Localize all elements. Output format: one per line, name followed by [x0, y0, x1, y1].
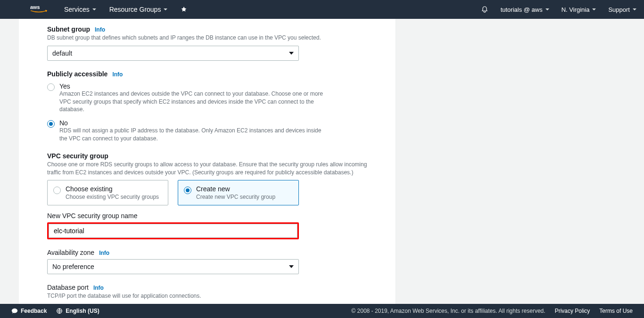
database-port-section: Database port Info TCP/IP port the datab…	[47, 284, 367, 304]
chevron-down-icon	[92, 8, 96, 10]
content-area: Subnet group Info DB subnet group that d…	[0, 19, 644, 304]
radio-icon	[47, 120, 55, 128]
create-new-desc: Create new VPC security group	[196, 194, 275, 200]
vpc-sg-help: Choose one or more RDS security groups t…	[47, 161, 367, 177]
region-label: N. Virginia	[561, 6, 590, 13]
footer: Feedback English (US) © 2008 - 2019, Ama…	[0, 304, 644, 318]
region-menu[interactable]: N. Virginia	[561, 6, 596, 13]
availability-zone-select[interactable]: No preference	[47, 259, 299, 274]
support-label: Support	[608, 6, 630, 13]
form-panel: Subnet group Info DB subnet group that d…	[19, 19, 396, 304]
az-label: Availability zone	[47, 249, 94, 256]
new-sg-name-input[interactable]	[49, 224, 297, 238]
publicly-accessible-label: Publicly accessible	[47, 70, 107, 78]
db-port-info-link[interactable]: Info	[93, 285, 104, 291]
chevron-down-icon	[164, 8, 167, 10]
publicly-accessible-section: Publicly accessible Info Yes Amazon EC2 …	[47, 70, 367, 143]
account-menu[interactable]: tutorials @ aws	[501, 6, 549, 13]
subnet-group-label: Subnet group	[47, 25, 90, 33]
create-new-title: Create new	[196, 185, 275, 193]
services-label: Services	[64, 6, 90, 13]
publicly-accessible-info-link[interactable]: Info	[112, 71, 123, 78]
radio-no-title: No	[59, 119, 367, 127]
subnet-group-help: DB subnet group that defines which subne…	[47, 34, 367, 42]
new-sg-name-highlight	[47, 222, 299, 239]
privacy-policy-link[interactable]: Privacy Policy	[555, 308, 590, 314]
copyright-text: © 2008 - 2019, Amazon Web Services, Inc.…	[351, 308, 545, 314]
new-sg-name-label: New VPC security group name	[47, 212, 137, 220]
feedback-link[interactable]: Feedback	[11, 308, 47, 314]
vpc-sg-label: VPC security group	[47, 152, 108, 160]
resource-groups-menu[interactable]: Resource Groups	[109, 6, 168, 13]
vpc-sg-choose-existing[interactable]: Choose existing Choose existing VPC secu…	[47, 180, 168, 205]
publicly-accessible-yes[interactable]: Yes Amazon EC2 instances and devices out…	[47, 82, 367, 114]
radio-icon	[53, 187, 61, 194]
speech-bubble-icon	[11, 308, 18, 314]
vpc-security-group-section: VPC security group Choose one or more RD…	[47, 152, 367, 206]
aws-logo[interactable]: aws	[30, 4, 47, 16]
resource-groups-label: Resource Groups	[109, 6, 161, 13]
chevron-down-icon	[289, 52, 294, 55]
account-label: tutorials @ aws	[501, 6, 543, 13]
radio-icon	[184, 187, 191, 194]
new-sg-name-section: New VPC security group name	[47, 212, 367, 239]
chevron-down-icon	[289, 265, 294, 268]
chevron-down-icon	[633, 8, 636, 10]
publicly-accessible-no[interactable]: No RDS will not assign a public IP addre…	[47, 119, 367, 143]
chevron-down-icon	[545, 8, 549, 10]
language-selector[interactable]: English (US)	[56, 308, 99, 314]
subnet-group-select[interactable]: default	[47, 46, 299, 61]
pin-icon[interactable]	[181, 6, 187, 13]
az-info-link[interactable]: Info	[99, 250, 109, 256]
radio-icon	[47, 83, 55, 91]
support-menu[interactable]: Support	[608, 6, 636, 13]
availability-zone-section: Availability zone Info No preference	[47, 249, 367, 274]
terms-of-use-link[interactable]: Terms of Use	[599, 308, 633, 314]
db-port-help: TCP/IP port the database will use for ap…	[47, 292, 367, 300]
az-value: No preference	[52, 263, 94, 270]
chevron-down-icon	[592, 8, 596, 10]
subnet-group-info-link[interactable]: Info	[95, 26, 105, 33]
db-port-label: Database port	[47, 284, 89, 291]
radio-no-desc: RDS will not assign a public IP address …	[59, 127, 323, 143]
choose-existing-title: Choose existing	[66, 185, 159, 193]
language-label: English (US)	[66, 308, 99, 314]
globe-icon	[56, 308, 63, 314]
services-menu[interactable]: Services	[64, 6, 96, 13]
subnet-group-value: default	[52, 49, 72, 57]
vpc-sg-create-new[interactable]: Create new Create new VPC security group	[178, 180, 299, 205]
subnet-group-section: Subnet group Info DB subnet group that d…	[47, 25, 367, 61]
radio-yes-title: Yes	[59, 82, 367, 90]
top-nav: aws Services Resource Groups tutorials @…	[0, 0, 644, 19]
feedback-label: Feedback	[21, 308, 47, 314]
notifications-icon[interactable]	[481, 6, 488, 13]
svg-text:aws: aws	[30, 4, 40, 10]
choose-existing-desc: Choose existing VPC security groups	[66, 194, 159, 200]
radio-yes-desc: Amazon EC2 instances and devices outside…	[59, 90, 323, 114]
